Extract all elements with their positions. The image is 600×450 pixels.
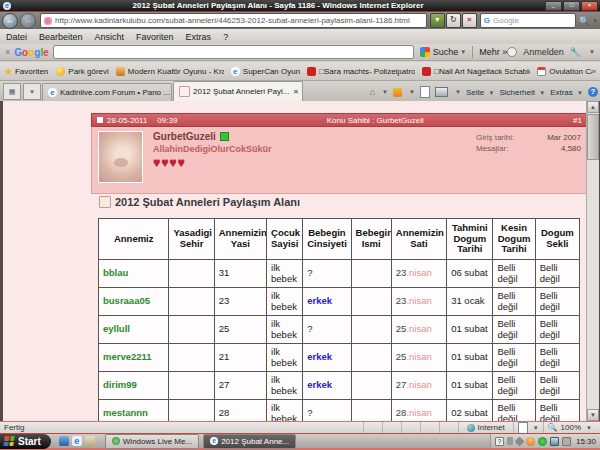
taskbar-task[interactable]: Windows Live Me... (105, 434, 199, 449)
print-icon[interactable] (435, 87, 448, 97)
ie-icon: e (231, 67, 240, 76)
show-desktop-icon[interactable] (59, 436, 69, 446)
username-link[interactable]: GurbetGuzeli (153, 131, 216, 142)
menu-item-datei[interactable]: Datei (6, 32, 27, 42)
cell-bebegin-ismi (351, 260, 391, 288)
username-link[interactable]: merve2211 (103, 351, 152, 362)
month-link[interactable]: .nisan (406, 379, 431, 390)
username-link[interactable]: mestannn (103, 407, 148, 418)
search-magnifier-icon[interactable]: 🔍 (579, 16, 590, 26)
post-number[interactable]: #1 (573, 116, 582, 125)
favorites-bar: ★ Favoriten Park göreviModern Kuaför Oyu… (0, 62, 600, 81)
zoom-control[interactable]: 🔍 100% ▼ (543, 422, 596, 433)
favorites-item[interactable]: Modern Kuaför Oyunu - Kral... (116, 67, 224, 76)
user-avatar[interactable] (98, 131, 143, 183)
command-extras[interactable]: Extras ▼ (550, 88, 583, 97)
menu-item-bearbeiten[interactable]: Bearbeiten (39, 32, 83, 42)
toolbar-options-caret[interactable]: ▼ (589, 49, 595, 55)
favorites-item[interactable]: eSuperCan Oyun (231, 67, 300, 76)
month-link[interactable]: .nisan (406, 407, 431, 418)
read-mail-icon[interactable] (420, 86, 430, 98)
ie-launch-icon[interactable]: e (72, 436, 82, 446)
google-toolbar: × Google Suche▼ Mehr » Anmelden 🔧 ▼ (0, 44, 600, 61)
menu-item-favoriten[interactable]: Favoriten (136, 32, 174, 42)
cell-yasadigi-sehir (169, 344, 214, 372)
favorites-label[interactable]: Favoriten (15, 67, 48, 76)
diamond-tray-icon[interactable] (515, 436, 525, 446)
maximize-button[interactable]: □ (563, 1, 580, 11)
user-stats: Giriş tarihi: Mar 2007 Mesajlar: 4,580 (476, 133, 581, 189)
scroll-up-arrow[interactable]: ▲ (587, 101, 599, 113)
device-tray-icon[interactable] (507, 437, 513, 445)
gender-link[interactable]: erkek (307, 351, 332, 362)
green-status-tray-icon[interactable] (538, 437, 547, 446)
menu-item-extras[interactable]: Extras (186, 32, 212, 42)
tab-inactive[interactable]: eKadinlive.com Forum • Pano ... (42, 83, 172, 101)
minimize-button[interactable]: _ (545, 1, 562, 11)
command-seite[interactable]: Seite ▼ (466, 88, 494, 97)
network-tray-icon[interactable] (562, 437, 571, 446)
tab-label: 2012 Şubat Anneleri Payl... (193, 87, 290, 96)
username-link[interactable]: busraaa05 (103, 295, 150, 306)
command-sicherheit[interactable]: Sicherheit ▼ (499, 88, 545, 97)
tab-active[interactable]: 2012 Şubat Anneleri Payl...× (173, 81, 303, 101)
address-bar[interactable]: http://www.kadinlarkulubu.com/subat-anne… (40, 13, 427, 28)
month-link[interactable]: .nisan (406, 323, 431, 334)
cell-annemizin-yasi: 25 (214, 316, 266, 344)
messages-label: Mesajlar: (476, 144, 528, 153)
username-link[interactable]: bblau (103, 267, 128, 278)
cell-annemiz: mestannn (99, 400, 169, 422)
taskbar-task-active[interactable]: e2012 Şubat Anne... (203, 434, 296, 449)
user-tray-icon[interactable] (526, 437, 535, 446)
vertical-scrollbar[interactable]: ▲ ▼ (586, 101, 599, 421)
tab-list-button[interactable]: ▾ (23, 83, 41, 100)
help-icon[interactable]: ? (588, 87, 598, 97)
page-mode-control[interactable]: ▼ (513, 422, 543, 433)
username-link[interactable]: eyllull (103, 323, 130, 334)
google-search-button[interactable]: Suche▼ (420, 47, 466, 57)
google-search-input[interactable] (53, 45, 414, 59)
menu-item-ansicht[interactable]: Ansicht (95, 32, 125, 42)
stop-button[interactable]: × (462, 13, 477, 28)
forward-button[interactable]: → (20, 13, 36, 29)
help-tray-icon[interactable]: ? (495, 437, 504, 446)
rss-feed-icon[interactable] (393, 88, 402, 97)
username-link[interactable]: dirim99 (103, 379, 137, 390)
favorites-overflow-chevron[interactable]: » (592, 67, 596, 76)
display-tray-icon[interactable] (550, 437, 559, 446)
refresh-button[interactable]: ↻ (446, 13, 461, 28)
home-icon[interactable]: ⌂ (370, 87, 375, 97)
tab-close-icon[interactable]: × (294, 87, 299, 96)
month-link[interactable]: .nisan (406, 267, 431, 278)
cell-annemizin-sati: 25.nisan (391, 316, 446, 344)
google-more-button[interactable]: Mehr » (479, 47, 507, 57)
cell-bebegin-cinsiyeti: erkek (303, 288, 351, 316)
month-link[interactable]: .nisan (406, 295, 431, 306)
wrench-icon[interactable]: 🔧 (570, 47, 581, 57)
favorites-item[interactable]: □Nail Art Nagellack Schablo... (422, 67, 530, 76)
signin-button[interactable]: Anmelden (523, 47, 564, 57)
search-box[interactable]: G Google (480, 13, 576, 28)
search-options-caret[interactable]: ▼ (592, 18, 598, 24)
scroll-down-arrow[interactable]: ▼ (587, 409, 599, 421)
system-tray: ? 15:30 (490, 434, 600, 448)
address-dropdown-button[interactable]: ▾ (430, 13, 445, 28)
gender-link[interactable]: erkek (307, 379, 332, 390)
start-button[interactable]: Start (0, 434, 51, 449)
toolbar-close-icon[interactable]: × (5, 47, 10, 57)
mothers-table: AnnemizYasadigi SehirAnnemizin YasiÇocuk… (98, 218, 580, 421)
month-link[interactable]: .nisan (406, 351, 431, 362)
address-url[interactable]: http://www.kadinlarkulubu.com/subat-anne… (55, 16, 410, 25)
favorites-item[interactable]: □Sara machts- Polizeipatro... (307, 67, 415, 76)
close-button[interactable]: × (581, 1, 598, 11)
back-button[interactable]: ← (2, 13, 18, 29)
menu-item-?[interactable]: ? (223, 32, 228, 42)
favorites-star-icon[interactable]: ★ (4, 66, 13, 77)
favorites-item[interactable]: Ovulation Calendar and Ov... (537, 67, 591, 76)
gender-link[interactable]: erkek (307, 295, 332, 306)
favorites-item[interactable]: Park görevi (56, 67, 108, 76)
scrollbar-thumb[interactable] (587, 114, 599, 160)
quick-tabs-button[interactable]: ▦ (3, 83, 21, 100)
cell-dogum-sekli: Belli değil (535, 400, 579, 422)
folder-launch-icon[interactable] (85, 436, 95, 446)
